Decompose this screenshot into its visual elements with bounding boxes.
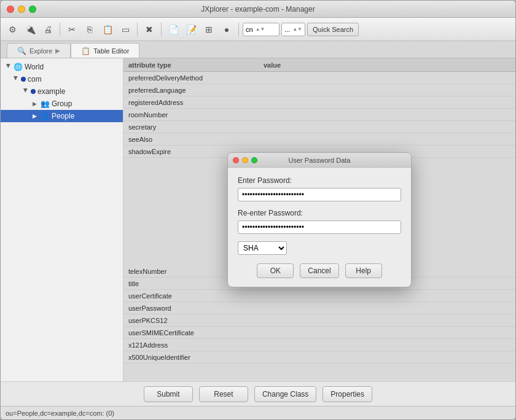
group-arrow-icon: ▶ <box>33 101 39 107</box>
world-arrow-icon: ▶ <box>6 64 12 70</box>
people-icon: 👤 <box>41 112 50 120</box>
algorithm-select[interactable]: SHA MD5 SSHA SMD5 crypt <box>238 241 287 255</box>
tab-bar: 🔍 Explore ▶ 📋 Table Editor <box>1 41 515 58</box>
main-content: ▶ 🌐 World ▶ com ▶ example ▶ 👥 Group ▶ <box>1 58 515 381</box>
connect-icon[interactable]: 🔌 <box>22 21 38 37</box>
edit-icon[interactable]: 📝 <box>183 21 199 37</box>
tree-item-world[interactable]: ▶ 🌐 World <box>1 61 123 73</box>
example-dot-icon <box>31 89 36 94</box>
attribute-combo[interactable]: cn ▲▼ <box>243 23 280 36</box>
tree-item-com[interactable]: ▶ com <box>1 73 123 85</box>
paste-icon[interactable]: 📋 <box>100 21 115 37</box>
settings-icon[interactable]: ⚙ <box>4 21 20 37</box>
maximize-button[interactable] <box>29 6 36 13</box>
status-text: ou=People,dc=example,dc=com: (0) <box>6 410 114 417</box>
cut-icon[interactable]: ✂ <box>64 21 80 37</box>
toolbar: ⚙ 🔌 🖨 ✂ ⎘ 📋 ▭ ✖ 📄 📝 ⊞ ● cn ▲▼ ... ▲▼ Qui… <box>1 18 515 41</box>
table-editor-tab-label: Table Editor <box>93 47 129 55</box>
modal-body: Enter Password: Re-enter Password: SHA M… <box>228 168 411 287</box>
modal-maximize-button[interactable] <box>251 157 257 163</box>
modal-title-bar: User Password Data <box>228 153 411 168</box>
dots-arrow-icon: ▲▼ <box>292 26 302 32</box>
explore-tab[interactable]: 🔍 Explore ▶ <box>7 43 71 58</box>
cancel-button[interactable]: Cancel <box>300 263 338 278</box>
ok-button[interactable]: OK <box>257 263 294 278</box>
modal-overlay: User Password Data Enter Password: Re-en… <box>123 58 515 381</box>
example-label: example <box>37 87 65 96</box>
com-dot-icon <box>21 77 26 82</box>
new-icon[interactable]: ▭ <box>117 21 133 37</box>
table-editor-tab-icon: 📋 <box>81 47 90 55</box>
com-label: com <box>28 75 42 84</box>
main-window: JXplorer - example-com - Manager ⚙ 🔌 🖨 ✂… <box>0 0 516 420</box>
world-label: World <box>25 63 44 71</box>
bottom-bar: Submit Reset Change Class Properties <box>1 381 515 406</box>
grid-icon[interactable]: ⊞ <box>201 21 217 37</box>
combo-arrow-icon: ▲▼ <box>256 26 265 32</box>
delete-icon[interactable]: ✖ <box>141 21 157 37</box>
submit-button[interactable]: Submit <box>144 386 193 402</box>
copy-icon[interactable]: ⎘ <box>82 21 98 37</box>
dots-value: ... <box>284 26 290 33</box>
algorithm-row: SHA MD5 SSHA SMD5 crypt <box>238 241 401 255</box>
group-label: Group <box>52 99 72 108</box>
tree-item-group[interactable]: ▶ 👥 Group <box>1 98 123 110</box>
tree-item-example[interactable]: ▶ example <box>1 85 123 98</box>
reenter-password-input[interactable] <box>238 220 401 234</box>
separator-3 <box>161 23 162 36</box>
quick-search-button[interactable]: Quick Search <box>307 23 359 36</box>
change-class-button[interactable]: Change Class <box>254 386 316 402</box>
new-doc-icon[interactable]: 📄 <box>165 21 181 37</box>
user-password-modal: User Password Data Enter Password: Re-en… <box>227 152 412 287</box>
traffic-lights <box>7 6 36 13</box>
separator-4 <box>238 23 239 36</box>
sidebar: ▶ 🌐 World ▶ com ▶ example ▶ 👥 Group ▶ <box>1 58 123 381</box>
example-arrow-icon: ▶ <box>23 88 29 95</box>
modal-buttons: OK Cancel Help <box>238 263 401 278</box>
reenter-password-label: Re-enter Password: <box>238 209 401 217</box>
reset-button[interactable]: Reset <box>199 386 248 402</box>
dots-combo[interactable]: ... ▲▼ <box>281 23 305 36</box>
people-label: People <box>52 112 74 120</box>
table-area: attribute type value preferredDeliveryMe… <box>123 58 515 381</box>
com-arrow-icon: ▶ <box>13 76 19 82</box>
modal-title: User Password Data <box>289 157 351 164</box>
table-editor-tab[interactable]: 📋 Table Editor <box>71 43 139 58</box>
people-arrow-icon: ▶ <box>33 113 39 119</box>
status-bar: ou=People,dc=example,dc=com: (0) <box>1 406 515 419</box>
modal-close-button[interactable] <box>233 157 239 163</box>
explore-tab-arrow: ▶ <box>55 47 60 54</box>
separator-1 <box>60 23 60 36</box>
enter-password-label: Enter Password: <box>238 176 401 185</box>
minimize-button[interactable] <box>18 6 25 13</box>
explore-tab-label: Explore <box>29 47 52 55</box>
help-button[interactable]: Help <box>345 263 382 278</box>
close-button[interactable] <box>7 6 14 13</box>
title-bar: JXplorer - example-com - Manager <box>1 1 515 18</box>
separator-2 <box>137 23 138 36</box>
circle-icon[interactable]: ● <box>219 21 235 37</box>
window-title: JXplorer - example-com - Manager <box>201 5 315 14</box>
world-icon: 🌐 <box>14 63 23 71</box>
modal-traffic-lights <box>233 157 257 163</box>
explore-tab-icon: 🔍 <box>17 47 26 55</box>
properties-button[interactable]: Properties <box>322 386 372 402</box>
enter-password-input[interactable] <box>238 188 401 201</box>
group-icon: 👥 <box>41 99 50 108</box>
combo-value: cn <box>246 26 253 33</box>
modal-minimize-button[interactable] <box>242 157 248 163</box>
tree-item-people[interactable]: ▶ 👤 People <box>1 110 123 122</box>
print-icon[interactable]: 🖨 <box>40 21 56 37</box>
